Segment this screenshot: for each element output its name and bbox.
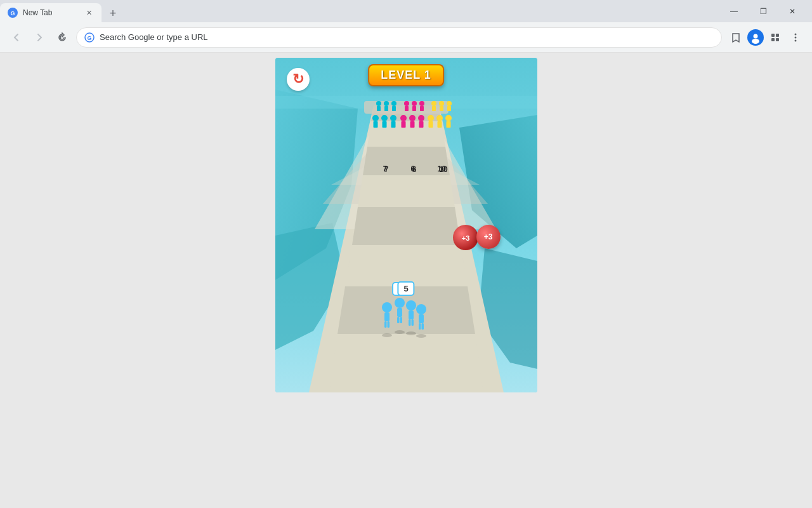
svg-point-6 — [752, 39, 759, 44]
svg-rect-65 — [440, 106, 443, 111]
svg-point-13 — [795, 39, 797, 41]
maximize-button[interactable]: ❐ — [749, 0, 778, 22]
svg-rect-82 — [384, 321, 387, 328]
back-button[interactable] — [8, 29, 25, 46]
svg-rect-71 — [437, 121, 442, 128]
svg-rect-87 — [397, 317, 400, 323]
svg-rect-7 — [771, 34, 775, 37]
svg-text:G: G — [87, 35, 91, 41]
svg-point-95 — [416, 304, 426, 314]
svg-point-11 — [795, 33, 797, 35]
profile-button[interactable] — [747, 29, 764, 46]
svg-rect-92 — [409, 319, 411, 326]
svg-rect-97 — [419, 323, 421, 330]
tab-close-button[interactable]: ✕ — [84, 8, 94, 18]
svg-rect-47 — [391, 121, 395, 128]
svg-rect-60 — [419, 121, 423, 128]
svg-rect-52 — [412, 106, 416, 111]
svg-point-66 — [447, 101, 452, 106]
svg-rect-45 — [382, 121, 386, 128]
svg-rect-58 — [410, 121, 414, 128]
address-bar: G Search Google or type a URL — [0, 22, 812, 53]
svg-point-80 — [382, 302, 392, 312]
svg-point-46 — [390, 115, 396, 121]
svg-rect-91 — [409, 311, 414, 319]
url-bar[interactable]: G Search Google or type a URL — [76, 27, 722, 48]
tab-title: New Tab — [23, 8, 79, 17]
svg-point-72 — [445, 115, 452, 121]
svg-rect-41 — [392, 106, 396, 111]
google-logo: G — [84, 32, 95, 43]
svg-point-85 — [395, 298, 405, 308]
svg-rect-9 — [771, 38, 775, 41]
svg-rect-63 — [432, 106, 436, 111]
menu-button[interactable] — [787, 29, 804, 46]
svg-rect-96 — [419, 314, 424, 323]
svg-point-55 — [400, 115, 407, 121]
new-tab-button[interactable]: + — [104, 4, 122, 22]
svg-text:7: 7 — [384, 165, 388, 174]
svg-point-79 — [382, 333, 392, 337]
close-button[interactable]: ✕ — [778, 0, 807, 22]
svg-point-57 — [409, 115, 416, 121]
svg-point-12 — [795, 36, 797, 38]
chrome-browser: G New Tab ✕ + — ❐ ✕ — [0, 0, 812, 508]
svg-point-42 — [372, 115, 379, 121]
svg-rect-50 — [405, 106, 409, 111]
svg-rect-43 — [373, 121, 377, 128]
svg-rect-88 — [400, 317, 402, 323]
svg-point-44 — [381, 115, 388, 121]
svg-rect-81 — [384, 312, 390, 321]
svg-text:5: 5 — [400, 284, 404, 293]
svg-point-68 — [428, 115, 434, 121]
svg-point-70 — [436, 115, 443, 121]
active-tab[interactable]: G New Tab ✕ — [0, 3, 102, 22]
svg-rect-86 — [397, 308, 402, 317]
svg-point-64 — [439, 101, 444, 106]
svg-point-84 — [395, 330, 405, 334]
extensions-button[interactable] — [766, 29, 784, 46]
svg-marker-28 — [358, 175, 455, 207]
svg-rect-39 — [384, 106, 388, 111]
svg-point-94 — [416, 334, 426, 338]
svg-marker-26 — [367, 121, 445, 147]
svg-point-90 — [406, 300, 416, 311]
svg-point-38 — [384, 101, 389, 106]
svg-marker-29 — [352, 207, 461, 245]
svg-text:+3: +3 — [461, 234, 469, 242]
svg-point-40 — [391, 101, 396, 106]
title-bar: G New Tab ✕ + — ❐ ✕ — [0, 0, 812, 22]
url-text: Search Google or type a URL — [100, 32, 714, 42]
svg-point-62 — [431, 101, 436, 106]
svg-rect-37 — [377, 106, 381, 111]
svg-point-89 — [406, 331, 416, 335]
svg-marker-30 — [345, 245, 468, 286]
svg-rect-54 — [420, 106, 424, 111]
svg-marker-32 — [329, 334, 483, 392]
svg-rect-73 — [446, 121, 450, 128]
svg-rect-8 — [776, 34, 779, 37]
page-content: 7 6 — [0, 53, 812, 508]
svg-rect-83 — [387, 321, 390, 328]
game-container[interactable]: 7 6 — [275, 58, 537, 392]
svg-rect-10 — [776, 38, 779, 41]
svg-marker-27 — [363, 147, 450, 175]
forward-button[interactable] — [30, 29, 48, 46]
tab-strip: G New Tab ✕ + — [0, 0, 122, 22]
minimize-button[interactable]: — — [719, 0, 749, 22]
svg-point-5 — [754, 34, 758, 38]
svg-rect-67 — [447, 106, 451, 111]
svg-rect-56 — [401, 121, 405, 128]
svg-point-53 — [419, 101, 424, 106]
svg-point-51 — [412, 101, 417, 106]
svg-point-49 — [404, 101, 409, 106]
window-controls: — ❐ ✕ — [719, 0, 812, 22]
svg-text:6: 6 — [412, 165, 416, 174]
svg-rect-98 — [421, 323, 424, 330]
tab-favicon: G — [8, 8, 18, 18]
restart-button[interactable]: ↻ — [287, 68, 310, 91]
bookmark-button[interactable] — [727, 29, 745, 46]
svg-text:10: 10 — [439, 165, 448, 174]
svg-rect-93 — [411, 319, 414, 326]
refresh-button[interactable] — [53, 29, 71, 46]
